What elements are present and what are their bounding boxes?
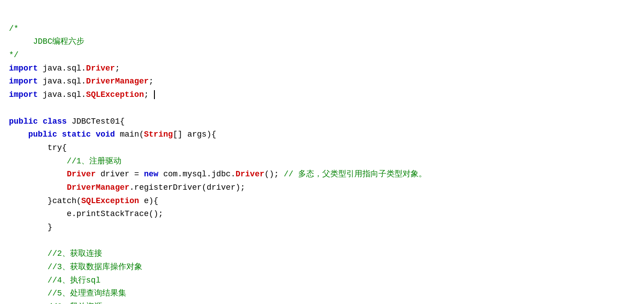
comment-release-resource: //6、释放资源	[9, 302, 102, 304]
register-driver-call: DriverManager.registerDriver(driver);	[9, 183, 245, 192]
comment-line-3: */	[9, 50, 19, 59]
comment-line-1: /*	[9, 24, 19, 33]
catch-block: }catch(SQLException e){	[9, 196, 158, 205]
code-editor: /* JDBC编程六步 */ import java.sql.Driver; i…	[9, 9, 635, 304]
comment-execute-sql: //4、执行sql	[9, 276, 100, 285]
catch-block-close: }	[9, 223, 52, 232]
import-line-1: import java.sql.Driver;	[9, 64, 120, 73]
main-method: public static void main(String[] args){	[9, 130, 216, 139]
comment-get-connection: //2、获取连接	[9, 249, 102, 258]
print-stack-trace: e.printStackTrace();	[9, 209, 163, 218]
import-line-3: import java.sql.SQLException;	[9, 90, 155, 99]
try-block-open: try{	[9, 143, 67, 152]
comment-register-driver: //1、注册驱动	[9, 157, 121, 166]
comment-process-result: //5、处理查询结果集	[9, 289, 126, 298]
import-line-2: import java.sql.DriverManager;	[9, 77, 154, 86]
class-declaration: public class JDBCTest01{	[9, 117, 125, 126]
driver-instantiation: Driver driver = new com.mysql.jdbc.Drive…	[9, 170, 427, 179]
comment-get-statement: //3、获取数据库操作对象	[9, 262, 142, 271]
comment-line-2: JDBC编程六步	[9, 37, 84, 46]
